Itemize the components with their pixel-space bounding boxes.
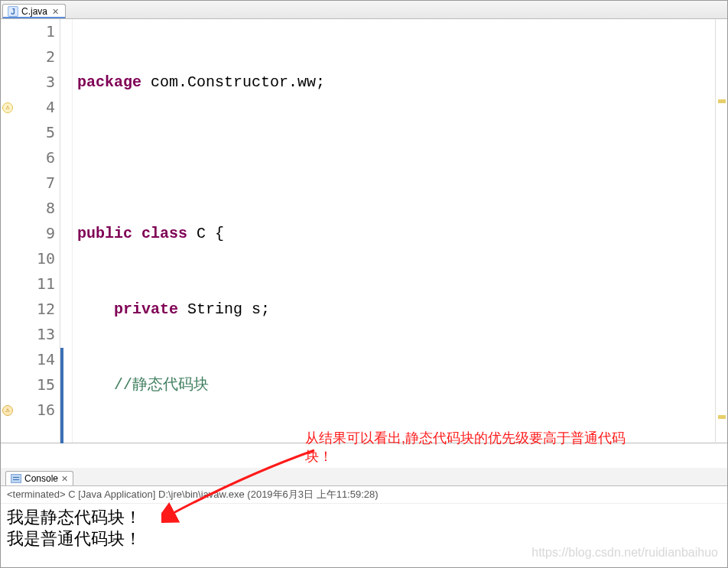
console-line: 我是普通代码块！: [7, 528, 721, 550]
overview-marker[interactable]: [718, 99, 726, 103]
line-number: ⚠4: [1, 95, 55, 120]
tab-filename: C.java: [21, 6, 47, 17]
editor: 1 2 3 ⚠4 5 6 7 8 9 10 11 12 13 14 15 ⚠16…: [1, 19, 727, 443]
overview-marker[interactable]: [718, 415, 726, 419]
code-line: public class C {: [77, 221, 727, 246]
editor-tab-bar: J C.java ✕: [1, 1, 727, 19]
line-number: 7: [1, 170, 55, 196]
line-number: 12: [1, 297, 55, 322]
line-number: 10: [1, 246, 55, 271]
code-line: //静态代码块: [77, 372, 727, 398]
console-icon: [11, 474, 21, 483]
change-bar: [60, 348, 63, 443]
console-tab-bar: Console ✕: [1, 468, 727, 486]
line-number: 13: [1, 322, 55, 347]
warning-marker-icon[interactable]: ⚠: [2, 405, 13, 416]
code-line: private String s;: [77, 297, 727, 322]
line-number: 6: [1, 145, 55, 170]
code-area[interactable]: package com.Constructor.ww; public class…: [73, 19, 727, 443]
console-output[interactable]: 我是静态代码块！ 我是普通代码块！: [1, 504, 727, 553]
code-line: [77, 145, 727, 170]
code-line: package com.Constructor.ww;: [77, 70, 727, 95]
line-number: 11: [1, 271, 55, 297]
line-number-gutter: 1 2 3 ⚠4 5 6 7 8 9 10 11 12 13 14 15 ⚠16: [1, 19, 60, 443]
line-number: 9: [1, 221, 55, 246]
line-number: 2: [1, 44, 55, 70]
console-line: 我是静态代码块！: [7, 507, 721, 528]
line-number: 1: [1, 19, 55, 44]
warning-marker-icon[interactable]: ⚠: [2, 102, 13, 113]
overview-ruler[interactable]: [715, 19, 727, 443]
line-number: 5: [1, 120, 55, 145]
close-icon[interactable]: ✕: [52, 7, 59, 17]
java-file-icon: J: [8, 6, 18, 17]
console-status: <terminated> C [Java Application] D:\jre…: [1, 486, 727, 504]
editor-tab[interactable]: J C.java ✕: [2, 4, 66, 18]
change-ruler: [60, 19, 73, 443]
line-number: 14: [1, 347, 55, 372]
console-tab-label: Console: [24, 473, 58, 484]
line-number: 8: [1, 196, 55, 221]
console-tab[interactable]: Console ✕: [5, 471, 73, 485]
line-number: 3: [1, 70, 55, 95]
line-number: 15: [1, 372, 55, 398]
line-number: ⚠16: [1, 398, 55, 423]
close-icon[interactable]: ✕: [61, 474, 68, 484]
